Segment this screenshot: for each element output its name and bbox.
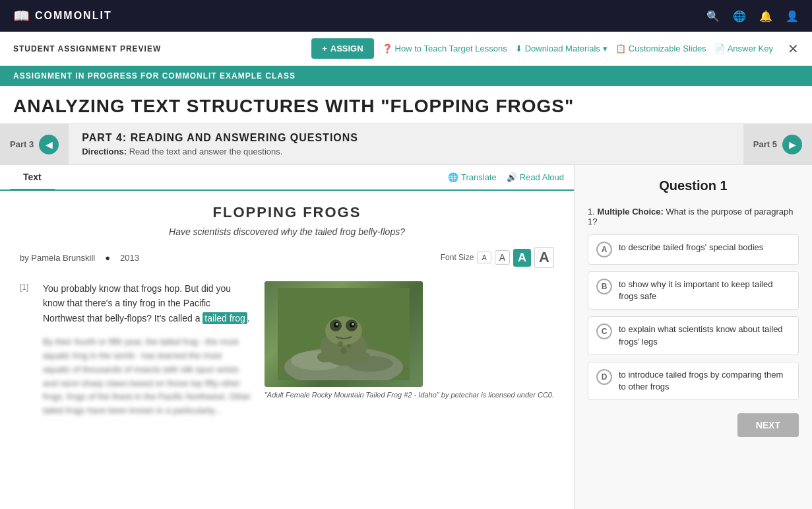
- sub-header: STUDENT ASSIGNMENT PREVIEW + ASSIGN ❓ Ho…: [0, 32, 812, 66]
- site-logo: COMMONLIT: [35, 10, 112, 22]
- user-icon[interactable]: 👤: [786, 10, 799, 22]
- font-size-medium-button[interactable]: A: [495, 250, 510, 265]
- svg-point-10: [336, 323, 338, 325]
- assign-button[interactable]: + ASSIGN: [311, 38, 373, 59]
- frog-image: [265, 281, 423, 387]
- svg-point-15: [347, 344, 351, 348]
- prev-part-label: Part 3: [10, 139, 34, 149]
- how-to-teach-link[interactable]: ❓ How to Teach Target Lessons: [382, 44, 507, 53]
- main-content: Text 🌐 Translate 🔊 Read Aloud FLOPPING F…: [0, 165, 812, 509]
- prev-part-nav[interactable]: Part 3 ◀: [0, 124, 69, 164]
- top-navigation: 📖 COMMONLIT 🔍 🌐 🔔 👤: [0, 0, 812, 32]
- prev-part-button[interactable]: ◀: [39, 135, 59, 154]
- help-icon: ❓: [382, 44, 392, 53]
- text-tab[interactable]: Text: [10, 165, 55, 191]
- answer-option-a[interactable]: A to describe tailed frogs' special bodi…: [588, 234, 799, 265]
- reading-meta: by Pamela Brunskill ● 2013 Font Size A A…: [20, 247, 554, 268]
- text-panel-header: Text 🌐 Translate 🔊 Read Aloud: [0, 165, 574, 191]
- question-number-area: 1. Multiple Choice: What is the purpose …: [588, 207, 799, 226]
- paragraph-1: [1] You probably know that frogs hop. Bu…: [20, 281, 251, 325]
- answer-key-icon: 📄: [714, 44, 725, 53]
- font-size-large-button[interactable]: A: [513, 249, 531, 267]
- svg-point-13: [354, 352, 370, 362]
- svg-point-14: [338, 341, 343, 347]
- option-text-a: to describe tailed frogs' special bodies: [619, 242, 763, 254]
- current-part-title: PART 4: READING AND ANSWERING QUESTIONS: [82, 132, 730, 144]
- frog-svg: [278, 288, 410, 380]
- page-title-area: ANALYZING TEXT STRUCTURES WITH "FLOPPING…: [0, 86, 812, 123]
- part-nav-center: PART 4: READING AND ANSWERING QUESTIONS …: [69, 124, 743, 164]
- para-2-text-blurred: By their fourth or fifth year, the taile…: [43, 335, 251, 418]
- answer-option-c[interactable]: C to explain what scientists know about …: [588, 316, 799, 355]
- para-1-text: You probably know that frogs hop. But di…: [43, 281, 251, 325]
- svg-point-11: [352, 323, 354, 325]
- answer-option-d[interactable]: D to introduce tailed frogs by comparing…: [588, 362, 799, 400]
- font-size-controls: Font Size A A A A: [441, 247, 554, 268]
- customizable-slides-link[interactable]: 📋 Customizable Slides: [615, 44, 706, 53]
- answer-options-list: A to describe tailed frogs' special bodi…: [588, 234, 799, 400]
- font-size-label: Font Size: [441, 253, 474, 262]
- download-materials-link[interactable]: ⬇ Download Materials ▾: [515, 44, 608, 53]
- question-type: Multiple Choice:: [597, 207, 663, 217]
- directions-label: Directions:: [82, 147, 127, 156]
- nav-logo-area: 📖 COMMONLIT: [13, 8, 112, 24]
- answer-key-link[interactable]: 📄 Answer Key: [714, 44, 773, 53]
- option-text-b: to show why it is important to keep tail…: [619, 279, 790, 302]
- book-icon: 📖: [13, 8, 30, 24]
- sub-header-left: STUDENT ASSIGNMENT PREVIEW: [13, 44, 174, 53]
- translate-link[interactable]: 🌐 Translate: [448, 172, 497, 182]
- preview-label: STUDENT ASSIGNMENT PREVIEW: [13, 44, 161, 53]
- font-size-small-button[interactable]: A: [477, 252, 491, 263]
- image-caption: "Adult Female Rocky Mountain Tailed Frog…: [265, 390, 554, 400]
- svg-point-12: [317, 352, 333, 362]
- font-size-xlarge-button[interactable]: A: [534, 247, 554, 268]
- assignment-banner: ASSIGNMENT IN PROGRESS FOR COMMONLIT EXA…: [0, 66, 812, 86]
- para-2-num: [20, 335, 36, 418]
- next-part-nav[interactable]: Part 5 ▶: [743, 124, 812, 164]
- option-text-c: to explain what scientists know about ta…: [619, 323, 790, 347]
- reading-author: by Pamela Brunskill: [20, 253, 95, 263]
- para-1-num: [1]: [20, 281, 36, 325]
- nav-actions: 🔍 🌐 🔔 👤: [706, 10, 799, 22]
- chevron-down-icon: ▾: [603, 44, 608, 53]
- bell-icon[interactable]: 🔔: [759, 10, 772, 22]
- page-title: ANALYZING TEXT STRUCTURES WITH "FLOPPING…: [13, 96, 799, 117]
- plus-icon: +: [322, 44, 327, 53]
- slides-icon: 📋: [615, 44, 626, 53]
- text-panel: Text 🌐 Translate 🔊 Read Aloud FLOPPING F…: [0, 165, 575, 509]
- highlighted-text: tailed frog: [203, 312, 247, 324]
- directions-text: Read the text and answer the questions.: [129, 147, 283, 156]
- speaker-icon: 🔊: [507, 172, 517, 182]
- frog-image-area: "Adult Female Rocky Mountain Tailed Frog…: [265, 281, 554, 428]
- next-part-label: Part 5: [753, 139, 777, 149]
- svg-point-5: [325, 316, 362, 345]
- globe-icon[interactable]: 🌐: [733, 10, 746, 22]
- meta-dot: ●: [105, 253, 110, 263]
- paragraph-2: By their fourth or fifth year, the taile…: [20, 335, 251, 418]
- reading-title: FLOPPING FROGS: [20, 204, 554, 221]
- reading-subtitle: Have scientists discovered why the taile…: [20, 226, 554, 237]
- reading-area: FLOPPING FROGS Have scientists discovere…: [0, 191, 574, 441]
- close-button[interactable]: ✕: [788, 41, 799, 57]
- sub-header-actions: + ASSIGN ❓ How to Teach Target Lessons ⬇…: [311, 38, 799, 59]
- search-icon[interactable]: 🔍: [706, 10, 720, 22]
- next-button[interactable]: NEXT: [737, 413, 799, 437]
- answer-option-b[interactable]: B to show why it is important to keep ta…: [588, 271, 799, 310]
- question-panel: Question 1 1. Multiple Choice: What is t…: [575, 165, 812, 509]
- text-left: [1] You probably know that frogs hop. Bu…: [20, 281, 251, 428]
- option-letter-a: A: [596, 242, 612, 257]
- translate-icon: 🌐: [448, 172, 458, 182]
- option-letter-d: D: [596, 369, 612, 385]
- read-aloud-link[interactable]: 🔊 Read Aloud: [507, 172, 564, 182]
- option-letter-b: B: [596, 279, 612, 294]
- frog-placeholder-bg: [265, 281, 423, 387]
- text-panel-tools: 🌐 Translate 🔊 Read Aloud: [448, 172, 564, 182]
- text-content-area: [1] You probably know that frogs hop. Bu…: [20, 281, 554, 428]
- svg-point-16: [340, 347, 347, 354]
- next-part-button[interactable]: ▶: [782, 135, 802, 154]
- option-letter-c: C: [596, 323, 612, 339]
- reading-year: 2013: [120, 253, 139, 263]
- part-navigation: Part 3 ◀ PART 4: READING AND ANSWERING Q…: [0, 123, 812, 165]
- part-directions: Directions: Read the text and answer the…: [82, 147, 730, 156]
- download-icon: ⬇: [515, 44, 522, 53]
